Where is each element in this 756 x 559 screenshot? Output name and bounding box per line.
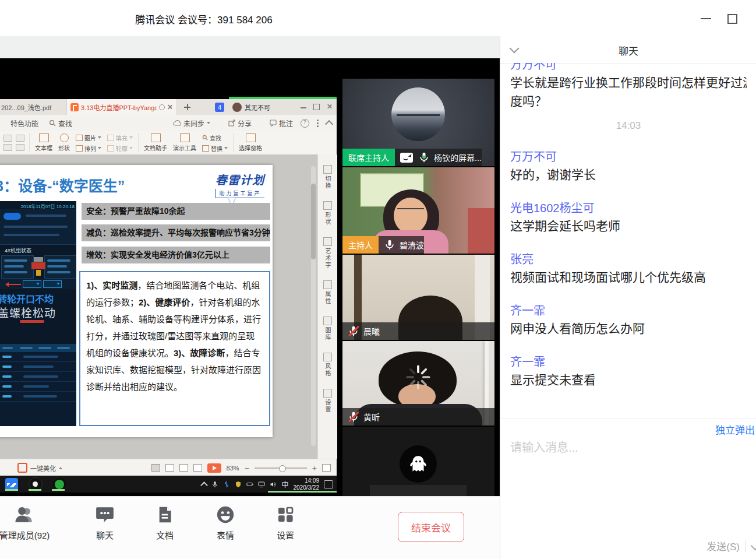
menu-share[interactable]: 分享	[228, 118, 252, 128]
chat-username: 万万不可	[510, 148, 747, 166]
video-tile-chenxi[interactable]: 晨曦	[342, 255, 494, 340]
ribbon-present-tools[interactable]: 演示工具	[173, 133, 196, 152]
end-meeting-button[interactable]: 结束会议	[398, 512, 464, 542]
ribbon-image[interactable]: 图片	[76, 133, 101, 142]
ribbon-find[interactable]: 查找	[202, 133, 228, 142]
doc-count-badge[interactable]: 4	[215, 103, 224, 112]
canvas-scrollbar[interactable]	[311, 166, 316, 446]
more-icon[interactable]	[317, 119, 319, 127]
video-tile-huangxin[interactable]: 黄昕	[342, 341, 494, 426]
video-tile-biqingbo[interactable]: 主持人 碧清波	[342, 167, 494, 254]
wps-tab-pdf[interactable]: 202...09_浅色.pdf	[0, 99, 67, 115]
zoom-out-icon[interactable]: −	[245, 465, 249, 471]
send-button[interactable]: 发送(S)	[706, 539, 740, 553]
chevron-down-icon[interactable]	[510, 44, 520, 54]
menu-find[interactable]: 查找	[49, 118, 72, 128]
slide: 3：设备-“数字医生” 春雷计划 助力复工复产 2018年11月07日 10:2…	[0, 165, 273, 437]
sidebar-item-wordart[interactable]: 艺术字	[318, 237, 337, 269]
manage-members-button[interactable]: 管理成员(92)	[0, 505, 56, 541]
wps-close-icon[interactable]	[327, 104, 332, 109]
ribbon-doc-helper[interactable]: 文档助手	[144, 133, 167, 152]
beautify-button[interactable]: 一键美化	[17, 463, 62, 473]
sidebar-item-style[interactable]: 风格	[318, 353, 337, 377]
zoom-level[interactable]: 83%	[227, 465, 239, 472]
chat-message-list[interactable]: 万万不可 学长就是跨行业换工作那段时间怎样更好过渡 度吗？ 14:03 万万不可…	[500, 63, 756, 419]
collapse-ribbon-icon[interactable]	[325, 119, 333, 128]
tray-bluetooth-icon[interactable]	[223, 481, 230, 488]
chat-message: 学长就是跨行业换工作那段时间怎样更好过渡 度吗？	[510, 73, 747, 111]
view-split-button[interactable]	[179, 464, 188, 472]
select-pane-icon	[246, 133, 256, 142]
pin-icon[interactable]	[159, 104, 165, 110]
play-slideshow-button[interactable]	[207, 463, 221, 473]
view-read-button[interactable]	[193, 464, 202, 472]
close-tab-icon[interactable]	[167, 104, 172, 110]
members-icon	[13, 505, 36, 525]
dashboard-dropdown	[43, 280, 62, 288]
wps-right-sidebar: 切换 形状 艺术字 属性 图库 风格 设置	[317, 154, 337, 459]
send-options-icon[interactable]	[751, 542, 756, 551]
ribbon-select-pane[interactable]: 选择窗格	[239, 133, 262, 152]
tray-notification-icon[interactable]	[324, 480, 333, 488]
ribbon-replace[interactable]: 替换	[202, 144, 228, 153]
video-tile-yangqin[interactable]: 联席主持人 杨钦的屏幕...	[342, 79, 494, 166]
zoom-slider-knob[interactable]	[279, 465, 286, 472]
red-arrow-icon	[6, 284, 21, 285]
chat-panel: 聊天 万万不可 学长就是跨行业换工作那段时间怎样更好过渡 度吗？ 14:03 万…	[500, 36, 756, 559]
zoom-slider[interactable]	[255, 467, 307, 469]
wps-account-name[interactable]: 其无不可	[245, 103, 270, 112]
popout-link[interactable]: 独立弹出	[715, 422, 755, 437]
menu-comment[interactable]: 批注	[270, 118, 293, 128]
sidebar-item-properties[interactable]: 属性	[318, 280, 337, 305]
minimize-icon[interactable]	[701, 18, 711, 19]
sidebar-item-shape[interactable]: 形状	[318, 201, 337, 226]
scrollbar-thumb[interactable]	[311, 184, 316, 259]
maximize-icon[interactable]	[727, 14, 737, 24]
docs-button[interactable]: 文档	[133, 505, 197, 541]
ribbon-outline[interactable]: 轮廓	[107, 144, 133, 153]
window-titlebar: 腾讯会议 会议号：391 584 206	[0, 0, 756, 37]
sidebar-item-settings[interactable]: 设置	[318, 389, 337, 413]
tray-speaker-icon[interactable]	[270, 481, 277, 488]
wps-minimize-icon[interactable]	[301, 107, 306, 108]
settings-icon	[323, 389, 332, 398]
wps-ppt-icon	[70, 103, 79, 111]
ribbon-arrange[interactable]: 排列	[76, 144, 101, 153]
tray-shield-icon[interactable]	[235, 481, 242, 488]
ribbon-textbox[interactable]: 文本框	[35, 133, 52, 152]
view-normal-button[interactable]	[151, 464, 160, 472]
dashboard-dropdown	[23, 280, 41, 288]
fit-window-button[interactable]	[322, 464, 331, 472]
tray-monitor-icon[interactable]	[258, 481, 265, 488]
ribbon-shape[interactable]: 形状	[58, 133, 70, 152]
tray-mic-icon[interactable]	[211, 481, 218, 488]
view-grid-button[interactable]	[165, 464, 174, 472]
ribbon-fill[interactable]: 填充	[107, 133, 133, 142]
new-tab-icon[interactable]	[184, 104, 190, 110]
dashboard-unit-label: 4#机组状态	[5, 247, 31, 254]
chat-button[interactable]: 聊天	[73, 505, 137, 541]
settings-button[interactable]: 设置	[253, 505, 317, 541]
wps-tabbar: 202...09_浅色.pdf 3.13电力直播PPT-byYangqin 4 …	[0, 99, 337, 115]
zoom-in-icon[interactable]: +	[312, 465, 317, 471]
tray-battery-icon[interactable]	[246, 481, 253, 488]
menu-feature[interactable]: 特色功能	[10, 118, 38, 128]
chevron-down-icon	[207, 122, 210, 124]
chat-header: 聊天	[500, 36, 756, 64]
settings-grid-icon	[276, 505, 295, 525]
wps-restore-icon[interactable]	[313, 104, 320, 110]
tray-ime-indicator[interactable]: 中	[281, 479, 288, 489]
emoji-button[interactable]: 表情	[193, 505, 257, 541]
tray-expand-icon[interactable]	[201, 481, 209, 489]
chat-input[interactable]: 请输入消息...	[510, 438, 578, 455]
chat-username: 齐一霏	[510, 302, 747, 319]
chat-message: 这学期会延长吗老师	[510, 217, 747, 235]
help-icon[interactable]	[301, 119, 309, 128]
video-tile-ghost[interactable]	[342, 427, 494, 496]
wps-account-avatar[interactable]	[232, 103, 242, 112]
wps-tab-active[interactable]: 3.13电力直播PPT-byYangqin	[67, 99, 176, 115]
menu-sync[interactable]: 未同步	[173, 118, 210, 128]
sidebar-item-gallery[interactable]: 图库	[318, 317, 337, 341]
tray-clock[interactable]: 14:092020/3/22	[294, 477, 320, 491]
sidebar-item-transition[interactable]: 切换	[318, 165, 337, 189]
